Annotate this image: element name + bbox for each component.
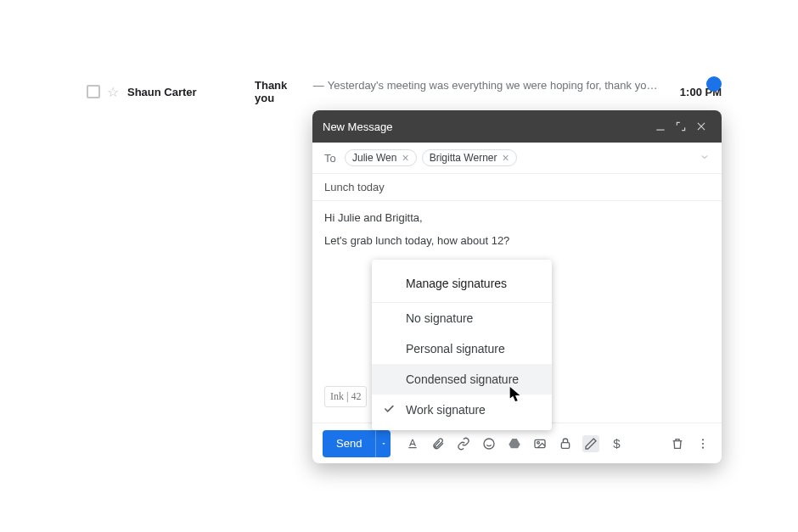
minimize-icon[interactable] (650, 116, 671, 137)
svg-point-1 (484, 439, 494, 449)
profile-badge-icon[interactable] (706, 76, 722, 92)
svg-rect-4 (562, 442, 570, 448)
svg-point-3 (537, 441, 540, 444)
signature-option-none[interactable]: No signature (372, 303, 552, 333)
close-icon[interactable] (691, 116, 711, 137)
recipient-name: Julie Wen (352, 152, 396, 164)
signature-preview: Ink | 42 (324, 386, 367, 407)
confidential-icon[interactable] (557, 435, 574, 452)
inbox-subject-wrap: Thank you — Yesterday's meeting was ever… (255, 79, 660, 104)
emoji-icon[interactable] (480, 435, 497, 452)
drive-icon[interactable] (506, 435, 523, 452)
svg-point-6 (702, 442, 704, 444)
compose-header: New Message (312, 110, 722, 143)
star-icon[interactable]: ☆ (107, 84, 119, 100)
signature-option-label: No signature (406, 311, 473, 325)
signature-option-condensed[interactable]: Condensed signature (372, 364, 552, 395)
to-label: To (324, 152, 345, 165)
body-line: Hi Julie and Brigitta, (324, 211, 710, 224)
recipient-chip[interactable]: Julie Wen × (345, 149, 417, 166)
svg-point-7 (702, 446, 704, 448)
signature-option-label: Condensed signature (406, 372, 519, 386)
signature-pen-icon[interactable] (582, 435, 599, 452)
chip-remove-icon[interactable]: × (502, 152, 509, 164)
subject-text: Lunch today (324, 181, 385, 193)
send-button[interactable]: Send (323, 430, 375, 457)
send-options-button[interactable] (375, 430, 391, 457)
formatting-icons: $ (404, 435, 625, 452)
photo-icon[interactable] (531, 435, 548, 452)
svg-rect-0 (656, 130, 664, 131)
chip-remove-icon[interactable]: × (402, 152, 408, 164)
attach-icon[interactable] (430, 435, 447, 452)
inbox-row[interactable]: ☆ Shaun Carter Thank you — Yesterday's m… (87, 81, 722, 102)
signature-option-work[interactable]: Work signature (372, 395, 552, 425)
signature-menu-header[interactable]: Manage signatures (372, 265, 552, 303)
svg-point-5 (702, 439, 704, 440)
subject-row[interactable]: Lunch today (312, 174, 722, 201)
signature-option-personal[interactable]: Personal signature (372, 333, 552, 364)
inbox-sender: Shaun Carter (127, 86, 255, 98)
link-icon[interactable] (455, 435, 472, 452)
recipient-name: Brigitta Werner (430, 152, 497, 164)
check-icon (382, 402, 396, 418)
format-icon[interactable] (404, 435, 421, 452)
more-icon[interactable] (694, 435, 711, 452)
fullscreen-icon[interactable] (671, 116, 691, 137)
inbox-separator: — (313, 79, 324, 104)
recipients-row[interactable]: To Julie Wen × Brigitta Werner × (312, 143, 722, 174)
inbox-snippet: Yesterday's meeting was everything we we… (328, 79, 660, 104)
dollar-icon[interactable]: $ (608, 435, 625, 452)
inbox-subject: Thank you (255, 79, 310, 104)
signature-menu: Manage signatures No signature Personal … (372, 260, 552, 430)
expand-recipients-icon[interactable] (700, 152, 710, 165)
send-button-group: Send (323, 430, 391, 457)
signature-option-label: Work signature (406, 403, 486, 417)
trash-icon[interactable] (669, 435, 686, 452)
inbox-checkbox[interactable] (87, 85, 100, 98)
signature-option-label: Personal signature (406, 342, 505, 356)
body-line: Let's grab lunch today, how about 12? (324, 234, 710, 247)
compose-title: New Message (323, 120, 650, 133)
recipient-chip[interactable]: Brigitta Werner × (422, 149, 517, 166)
